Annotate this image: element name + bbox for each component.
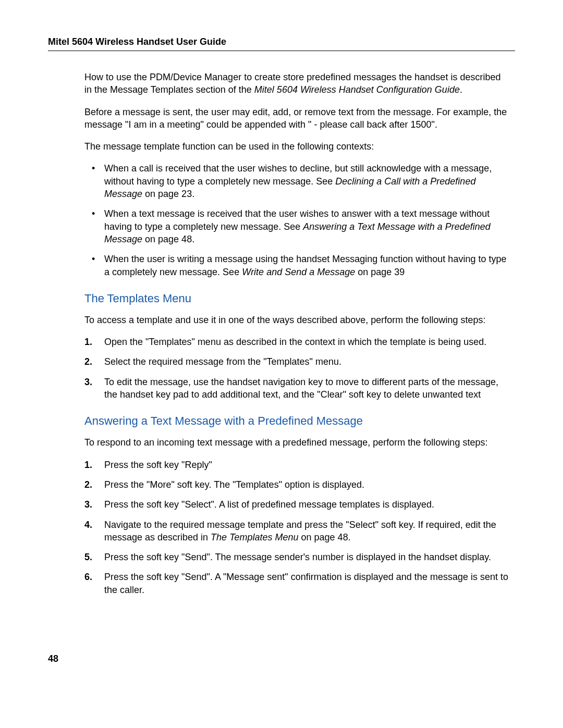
list-item: Press the soft key "Send". A "Message se… — [84, 571, 510, 596]
list-item: Press the soft key "Select". A list of p… — [84, 498, 510, 511]
list-item: Press the soft key "Send". The message s… — [84, 551, 510, 563]
text: on page 39 — [355, 267, 405, 277]
page-header-title: Mitel 5604 Wireless Handset User Guide — [48, 36, 515, 47]
reference-title: The Templates Menu — [211, 532, 298, 542]
reference-title: Write and Send a Message — [242, 267, 355, 277]
intro-paragraph-3: The message template function can be use… — [84, 140, 510, 153]
section2-intro: To respond to an incoming text message w… — [84, 436, 510, 449]
list-item: Press the "More" soft key. The "Template… — [84, 478, 510, 491]
section2-steps: Press the soft key "Reply" Press the "Mo… — [84, 459, 510, 596]
list-item: When the user is writing a message using… — [84, 253, 510, 278]
list-item: Navigate to the required message templat… — [84, 519, 510, 544]
section-heading-answering-message: Answering a Text Message with a Predefin… — [84, 414, 510, 428]
list-item: When a text message is received that the… — [84, 207, 510, 245]
document-page: Mitel 5604 Wireless Handset User Guide H… — [0, 0, 563, 701]
page-number: 48 — [48, 653, 515, 664]
text: on page 23. — [142, 189, 194, 199]
header-rule — [48, 51, 515, 51]
reference-title: Mitel 5604 Wireless Handset Configuratio… — [254, 84, 460, 95]
text: . — [460, 84, 462, 95]
list-item: When a call is received that the user wi… — [84, 162, 510, 200]
list-item: Open the "Templates" menu as described i… — [84, 336, 510, 348]
context-bullet-list: When a call is received that the user wi… — [84, 162, 510, 278]
section1-intro: To access a template and use it in one o… — [84, 314, 510, 326]
list-item: Select the required message from the "Te… — [84, 355, 510, 368]
intro-paragraph-2: Before a message is sent, the user may e… — [84, 106, 510, 131]
intro-paragraph-1: How to use the PDM/Device Manager to cre… — [84, 71, 510, 96]
page-content: How to use the PDM/Device Manager to cre… — [48, 71, 515, 596]
text: on page 48. — [299, 532, 351, 542]
list-item: To edit the message, use the handset nav… — [84, 376, 510, 401]
list-item: Press the soft key "Reply" — [84, 459, 510, 471]
section-heading-templates-menu: The Templates Menu — [84, 292, 510, 305]
section1-steps: Open the "Templates" menu as described i… — [84, 336, 510, 401]
text: on page 48. — [142, 234, 194, 244]
